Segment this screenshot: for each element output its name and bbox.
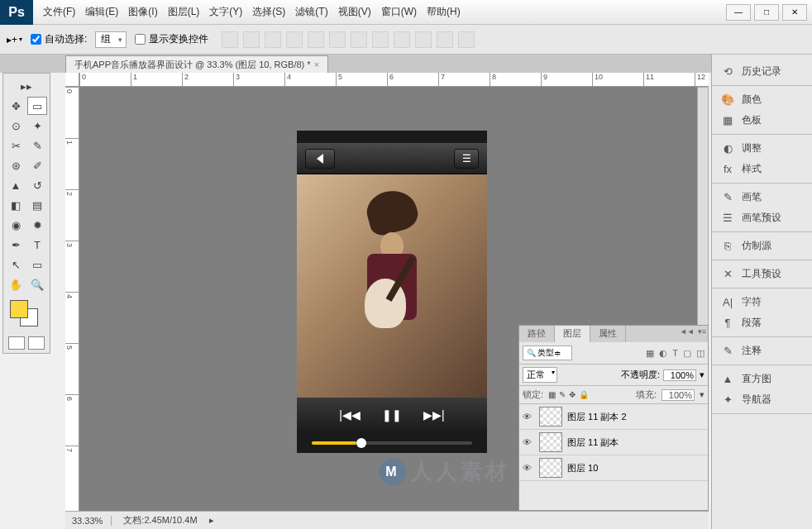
dock-character[interactable]: A|字符 — [712, 292, 812, 312]
history-brush-tool[interactable]: ↺ — [27, 176, 47, 194]
auto-select-target[interactable]: 组 — [95, 31, 127, 48]
marquee-tool[interactable]: ▭ — [27, 97, 47, 115]
layer-thumbnail[interactable] — [539, 432, 562, 452]
menu-filter[interactable]: 滤镜(T) — [295, 5, 327, 19]
opacity-dropdown-icon[interactable]: ▾ — [700, 369, 705, 380]
gradient-tool[interactable]: ▤ — [27, 196, 47, 214]
menu-image[interactable]: 图像(I) — [128, 5, 157, 19]
move-tool[interactable]: ✥ — [6, 97, 26, 115]
filter-smart-icon[interactable]: ◫ — [696, 348, 705, 359]
tab-paths[interactable]: 路径 — [519, 326, 555, 342]
filter-type-icon[interactable]: T — [672, 348, 678, 359]
foreground-color[interactable] — [10, 300, 28, 318]
eraser-tool[interactable]: ◧ — [6, 196, 26, 214]
visibility-icon[interactable]: 👁 — [523, 412, 534, 422]
opacity-value[interactable]: 100% — [663, 369, 696, 381]
menu-layer[interactable]: 图层(L) — [168, 5, 200, 19]
fill-value[interactable]: 100% — [662, 389, 695, 401]
lock-all-icon[interactable]: 🔒 — [579, 390, 589, 399]
align-icon[interactable] — [222, 31, 238, 48]
lasso-tool[interactable]: ⊙ — [6, 117, 26, 135]
menu-help[interactable]: 帮助(H) — [427, 5, 461, 19]
ruler-horizontal[interactable]: 0123456789101112 — [79, 73, 709, 87]
layer-name[interactable]: 图层 11 副本 2 — [567, 411, 627, 423]
layer-thumbnail[interactable] — [539, 407, 562, 427]
dock-brush[interactable]: ✎画笔 — [712, 187, 812, 207]
lock-position-icon[interactable]: ✥ — [569, 390, 576, 399]
dock-swatches[interactable]: ▦色板 — [712, 110, 812, 131]
panel-collapse-icons[interactable]: ◄◄▾≡ — [680, 327, 706, 336]
dock-brush-presets[interactable]: ☰画笔预设 — [712, 207, 812, 228]
menu-edit[interactable]: 编辑(E) — [85, 5, 118, 19]
dock-clone-source[interactable]: ⎘仿制源 — [712, 236, 812, 256]
auto-select-input[interactable] — [31, 34, 41, 45]
lock-pixels-icon[interactable]: ✎ — [559, 390, 566, 399]
close-tab-icon[interactable]: × — [314, 60, 319, 69]
layer-item[interactable]: 👁 图层 11 副本 — [519, 430, 708, 455]
layer-name[interactable]: 图层 10 — [567, 462, 598, 474]
brush-tool[interactable]: ✐ — [27, 156, 47, 174]
distribute-icon[interactable] — [415, 31, 432, 48]
menu-view[interactable]: 视图(V) — [338, 5, 371, 19]
menu-file[interactable]: 文件(F) — [43, 5, 75, 19]
dock-history[interactable]: ⟲历史记录 — [712, 61, 812, 82]
menu-type[interactable]: 文字(Y) — [209, 5, 242, 19]
layer-item[interactable]: 👁 图层 11 副本 2 — [519, 404, 708, 430]
color-swatches[interactable] — [5, 300, 48, 333]
zoom-level[interactable]: 33.33% — [72, 516, 112, 526]
align-icon[interactable] — [243, 31, 260, 48]
dock-color[interactable]: 🎨颜色 — [712, 89, 812, 110]
dock-navigator[interactable]: ✦导航器 — [712, 389, 812, 410]
visibility-icon[interactable]: 👁 — [523, 437, 534, 447]
dock-histogram[interactable]: ▲直方图 — [712, 369, 812, 389]
dock-tool-presets[interactable]: ✕工具预设 — [712, 264, 812, 284]
distribute-icon[interactable] — [372, 31, 389, 48]
stamp-tool[interactable]: ▲ — [6, 176, 26, 194]
path-tool[interactable]: ↖ — [6, 255, 26, 274]
visibility-icon[interactable]: 👁 — [523, 463, 534, 473]
ruler-vertical[interactable]: 01234567 — [65, 87, 79, 511]
status-arrow-icon[interactable]: ▸ — [209, 515, 214, 526]
hand-tool[interactable]: ✋ — [6, 275, 26, 293]
show-transform-input[interactable] — [135, 34, 146, 45]
shape-tool[interactable]: ▭ — [27, 255, 47, 274]
dock-notes[interactable]: ✎注释 — [712, 341, 812, 361]
eyedropper-tool[interactable]: ✎ — [27, 136, 47, 155]
pen-tool[interactable]: ✒ — [6, 236, 26, 254]
distribute-icon[interactable] — [458, 31, 475, 48]
move-tool-indicator[interactable]: ▸+ ▾ — [7, 34, 22, 45]
expand-icon[interactable]: ▸▸ — [17, 77, 36, 95]
dock-styles[interactable]: fx样式 — [712, 159, 812, 179]
align-icon[interactable] — [329, 31, 346, 48]
filter-pixel-icon[interactable]: ▦ — [646, 348, 654, 359]
crop-tool[interactable]: ✂ — [6, 136, 26, 155]
maximize-button[interactable]: □ — [754, 4, 779, 21]
layer-name[interactable]: 图层 11 副本 — [567, 436, 619, 449]
dock-adjustments[interactable]: ◐调整 — [712, 138, 812, 159]
menu-window[interactable]: 窗口(W) — [381, 5, 417, 19]
align-icon[interactable] — [265, 31, 281, 48]
menu-select[interactable]: 选择(S) — [252, 5, 285, 19]
quickmask-mode-icon[interactable] — [28, 336, 45, 350]
filter-shape-icon[interactable]: ▢ — [683, 348, 691, 359]
filter-adjust-icon[interactable]: ◐ — [659, 348, 667, 359]
minimize-button[interactable]: — — [726, 4, 751, 21]
wand-tool[interactable]: ✦ — [27, 117, 47, 135]
canvas-content[interactable]: ☰ |◀◀ ❚❚ ▶▶| — [297, 131, 487, 453]
distribute-icon[interactable] — [437, 31, 453, 48]
align-icon[interactable] — [308, 31, 324, 48]
zoom-tool[interactable]: 🔍 — [27, 275, 47, 293]
lock-transparent-icon[interactable]: ▦ — [548, 390, 556, 399]
layer-item[interactable]: 👁 图层 10 — [519, 455, 708, 481]
blur-tool[interactable]: ◉ — [6, 216, 26, 234]
blend-mode-select[interactable]: 正常 — [523, 367, 557, 383]
document-tab[interactable]: 手机APP音乐播放器界面设计 @ 33.3% (图层 10, RGB/8) * … — [65, 55, 328, 73]
fill-dropdown-icon[interactable]: ▾ — [700, 389, 705, 400]
standard-mode-icon[interactable] — [8, 336, 25, 350]
dock-paragraph[interactable]: ¶段落 — [712, 312, 812, 333]
tab-layers[interactable]: 图层 — [555, 326, 590, 342]
heal-tool[interactable]: ⊛ — [6, 156, 26, 174]
distribute-icon[interactable] — [351, 31, 367, 48]
auto-select-checkbox[interactable]: 自动选择: — [31, 32, 87, 46]
distribute-icon[interactable] — [394, 31, 410, 48]
